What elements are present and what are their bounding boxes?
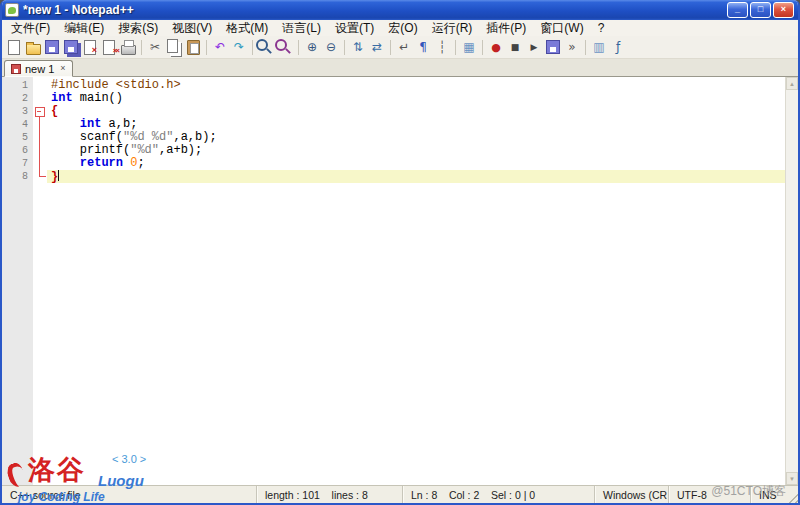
word-wrap-icon[interactable]: ↵ (395, 38, 413, 56)
toolbar-separator (141, 40, 142, 55)
fold-marker-end (33, 170, 47, 183)
minimize-button-icon[interactable]: _ (727, 2, 748, 18)
show-all-chars-icon[interactable]: ¶ (414, 38, 432, 56)
sync-vertical-icon[interactable]: ⇅ (349, 38, 367, 56)
status-encoding: UTF-8 (668, 486, 750, 503)
stop-macro-icon[interactable]: ■ (506, 38, 524, 56)
fold-marker-mid (33, 131, 47, 144)
editor[interactable]: 12345678 #include <stdio.h>int main(){ i… (2, 77, 798, 485)
save-all-icon[interactable] (62, 38, 80, 56)
new-file-icon[interactable] (5, 38, 23, 56)
status-length-lines: length : 101 lines : 8 (256, 486, 402, 503)
menu-item-view[interactable]: 视图(V) (165, 20, 219, 36)
redo-icon[interactable]: ↷ (230, 38, 248, 56)
line-number-column: 12345678 (2, 77, 33, 485)
print-icon[interactable] (119, 38, 137, 56)
run-macro-multi-icon[interactable]: » (563, 38, 581, 56)
close-doc-icon[interactable] (81, 38, 99, 56)
tab-close-icon[interactable]: × (60, 64, 65, 73)
code-line[interactable]: int main() (47, 92, 785, 105)
menu-item-search[interactable]: 搜索(S) (111, 20, 165, 36)
scroll-up-icon[interactable]: ▲ (786, 77, 798, 90)
text-caret (58, 170, 59, 181)
close-all-icon[interactable] (100, 38, 118, 56)
save-icon[interactable] (43, 38, 61, 56)
line-number: 2 (22, 92, 33, 105)
line-number: 1 (22, 79, 33, 92)
zoom-in-icon[interactable]: ⊕ (303, 38, 321, 56)
paste-icon[interactable] (184, 38, 202, 56)
code-line[interactable]: { (47, 105, 785, 118)
find-icon[interactable] (257, 38, 275, 56)
indent-guide-icon[interactable]: ┆ (433, 38, 451, 56)
status-eol-format: Windows (CR LF) (594, 486, 668, 503)
toolbar-separator (344, 40, 345, 55)
menu-item-edit[interactable]: 编辑(E) (57, 20, 111, 36)
tab-bar: new 1 × (2, 59, 798, 77)
fold-margin (33, 79, 47, 92)
fold-margin (33, 92, 47, 105)
function-list-icon[interactable]: ƒ (609, 38, 627, 56)
code-line[interactable]: return 0; (47, 157, 785, 170)
play-macro-icon[interactable]: ▶ (525, 38, 543, 56)
menu-item-settings[interactable]: 设置(T) (328, 20, 381, 36)
record-macro-icon[interactable]: ● (487, 38, 505, 56)
toolbar-separator (298, 40, 299, 55)
menu-item-run[interactable]: 运行(R) (425, 20, 480, 36)
menu-item-plugins[interactable]: 插件(P) (479, 20, 533, 36)
toolbar-separator (455, 40, 456, 55)
scrollbar-track[interactable] (786, 90, 798, 472)
menu-item-help[interactable]: ? (591, 20, 612, 36)
fold-marker-start[interactable] (33, 105, 47, 118)
toolbar-separator (206, 40, 207, 55)
menu-item-macro[interactable]: 宏(O) (381, 20, 424, 36)
fold-marker-mid (33, 157, 47, 170)
code-line[interactable]: #include <stdio.h> (47, 79, 785, 92)
code-area[interactable]: #include <stdio.h>int main(){ int a,b; s… (47, 77, 785, 485)
replace-icon[interactable] (276, 38, 294, 56)
menu-item-window[interactable]: 窗口(W) (533, 20, 590, 36)
status-bar: C++ source file length : 101 lines : 8 L… (2, 485, 798, 503)
notepad-plus-plus-window: *new 1 - Notepad++ _ □ × 文件(F)编辑(E)搜索(S)… (0, 0, 800, 505)
line-number: 3 (22, 105, 33, 118)
unsaved-doc-icon (11, 64, 21, 74)
code-line[interactable]: } (47, 170, 785, 183)
status-doc-type: C++ source file (2, 486, 256, 503)
maximize-button-icon[interactable]: □ (750, 2, 771, 18)
menu-item-format[interactable]: 格式(M) (219, 20, 275, 36)
zoom-out-icon[interactable]: ⊖ (322, 38, 340, 56)
fold-marker-mid (33, 118, 47, 131)
toolbar-separator (390, 40, 391, 55)
fold-column (33, 77, 47, 485)
menu-bar: 文件(F)编辑(E)搜索(S)视图(V)格式(M)语言(L)设置(T)宏(O)运… (2, 20, 798, 36)
line-number: 6 (22, 144, 33, 157)
code-line[interactable]: printf("%d",a+b); (47, 144, 785, 157)
title-bar[interactable]: *new 1 - Notepad++ _ □ × (2, 0, 798, 20)
menu-item-file[interactable]: 文件(F) (4, 20, 57, 36)
undo-icon[interactable]: ↶ (211, 38, 229, 56)
open-folder-icon[interactable] (24, 38, 42, 56)
fold-marker-mid (33, 144, 47, 157)
toolbar-separator (252, 40, 253, 55)
notepad-app-icon (5, 3, 19, 17)
cut-icon[interactable]: ✂ (146, 38, 164, 56)
scroll-down-icon[interactable]: ▼ (786, 472, 798, 485)
copy-icon[interactable] (165, 38, 183, 56)
toolbar: ✂↶↷⊕⊖⇅⇄↵¶┆▦●■▶»▥ƒ (2, 36, 798, 59)
line-number: 5 (22, 131, 33, 144)
toolbar-separator (585, 40, 586, 55)
doc-map-icon[interactable]: ▥ (590, 38, 608, 56)
line-number: 4 (22, 118, 33, 131)
menu-item-language[interactable]: 语言(L) (275, 20, 328, 36)
tab-label: new 1 (25, 63, 54, 75)
window-controls: _ □ × (727, 2, 795, 18)
line-number: 8 (22, 170, 33, 183)
save-macro-icon[interactable] (544, 38, 562, 56)
toolbar-separator (482, 40, 483, 55)
sync-horizontal-icon[interactable]: ⇄ (368, 38, 386, 56)
close-button-icon[interactable]: × (773, 2, 794, 18)
vertical-scrollbar[interactable]: ▲ ▼ (785, 77, 798, 485)
user-define-dialog-icon[interactable]: ▦ (460, 38, 478, 56)
status-cursor-position: Ln : 8 Col : 2 Sel : 0 | 0 (402, 486, 594, 503)
tab-new-1[interactable]: new 1 × (4, 60, 73, 77)
